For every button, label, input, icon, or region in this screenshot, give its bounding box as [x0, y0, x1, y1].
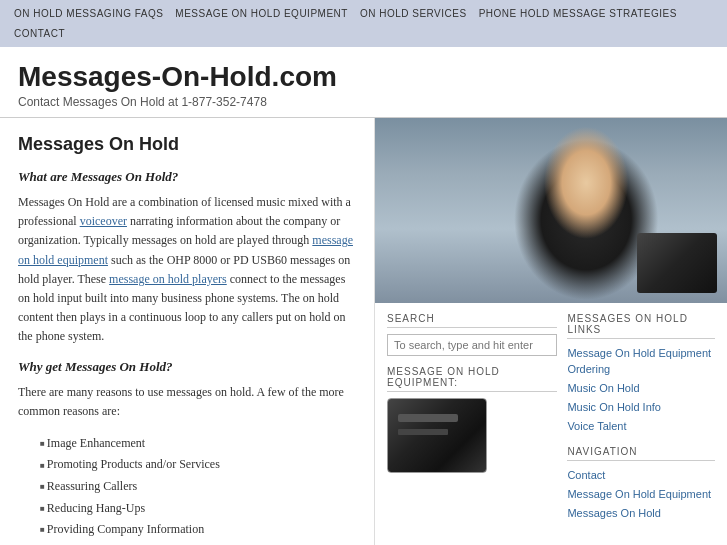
equipment-ordering-link[interactable]: Message On Hold Equipment Ordering — [567, 347, 711, 375]
header-photo — [375, 118, 727, 303]
left-content: Messages On Hold What are Messages On Ho… — [0, 118, 375, 545]
main-layout: Messages On Hold What are Messages On Ho… — [0, 118, 727, 545]
nav-equipment-link[interactable]: Message On Hold Equipment — [567, 488, 711, 500]
list-item: Messages On Hold — [567, 505, 715, 521]
list-item: Voice Talent — [567, 418, 715, 434]
list-item: Reassuring Callers — [36, 476, 356, 498]
search-input[interactable] — [387, 334, 557, 356]
widget-left-column: Search Message On Hold Equipment: — [387, 313, 567, 533]
benefits-list: Image Enhancement Promoting Products and… — [36, 433, 356, 545]
nav-item-strategies[interactable]: PHONE HOLD MESSAGE STRATEGIES — [475, 6, 681, 22]
nav-item-faqs[interactable]: ON HOLD MESSAGING FAQS — [10, 6, 167, 22]
site-subtitle: Contact Messages On Hold at 1-877-352-74… — [18, 95, 709, 109]
nav-messages-link[interactable]: Messages On Hold — [567, 507, 661, 519]
navigation-widget-title: Navigation — [567, 446, 715, 461]
list-item: Music On Hold — [567, 380, 715, 396]
list-item: Music On Hold Info — [567, 399, 715, 415]
list-item: Reducing Hang-Ups — [36, 498, 356, 520]
site-header: Messages-On-Hold.com Contact Messages On… — [0, 47, 727, 118]
section1-paragraph: Messages On Hold are a combination of li… — [18, 193, 356, 347]
search-widget-title: Search — [387, 313, 557, 328]
music-on-hold-info-link[interactable]: Music On Hold Info — [567, 401, 661, 413]
voice-talent-link[interactable]: Voice Talent — [567, 420, 626, 432]
equipment-link[interactable]: message on hold equipment — [18, 233, 353, 266]
page-heading: Messages On Hold — [18, 134, 356, 155]
equipment-image — [387, 398, 487, 473]
players-link[interactable]: message on hold players — [109, 272, 227, 286]
list-item: Contact — [567, 467, 715, 483]
widget-right-column: Messages On Hold Links Message On Hold E… — [567, 313, 715, 533]
list-item: Promoting Products and/or Services — [36, 454, 356, 476]
navigation-widget: Navigation Contact Message On Hold Equip… — [567, 446, 715, 521]
list-item: Providing Company Information — [36, 519, 356, 541]
equipment-widget: Message On Hold Equipment: — [387, 366, 557, 473]
links-widget-title: Messages On Hold Links — [567, 313, 715, 339]
nav-item-contact[interactable]: CONTACT — [10, 26, 69, 41]
top-navigation: ON HOLD MESSAGING FAQS MESSAGE ON HOLD E… — [0, 0, 727, 47]
equipment-widget-title: Message On Hold Equipment: — [387, 366, 557, 392]
list-item: Message On Hold Equipment Ordering — [567, 345, 715, 377]
photo-simulation — [375, 118, 727, 303]
site-title: Messages-On-Hold.com — [18, 61, 709, 93]
section1-heading: What are Messages On Hold? — [18, 169, 356, 185]
list-item: Image Enhancement — [36, 433, 356, 455]
nav-item-equipment[interactable]: MESSAGE ON HOLD EQUIPMENT — [171, 6, 352, 22]
nav-links-list: Contact Message On Hold Equipment Messag… — [567, 467, 715, 521]
section2-intro: There are many reasons to use messages o… — [18, 383, 356, 421]
nav-item-services[interactable]: ON HOLD SERVICES — [356, 6, 471, 22]
links-list: Message On Hold Equipment Ordering Music… — [567, 345, 715, 434]
voiceover-link[interactable]: voiceover — [80, 214, 127, 228]
list-item: Entertaining Callers — [36, 541, 356, 545]
right-sidebar: Search Message On Hold Equipment: Messag… — [375, 118, 727, 545]
widgets-area: Search Message On Hold Equipment: Messag… — [375, 303, 727, 543]
music-on-hold-link[interactable]: Music On Hold — [567, 382, 639, 394]
section2-heading: Why get Messages On Hold? — [18, 359, 356, 375]
list-item: Message On Hold Equipment — [567, 486, 715, 502]
nav-contact-link[interactable]: Contact — [567, 469, 605, 481]
links-widget: Messages On Hold Links Message On Hold E… — [567, 313, 715, 434]
search-widget: Search — [387, 313, 557, 366]
